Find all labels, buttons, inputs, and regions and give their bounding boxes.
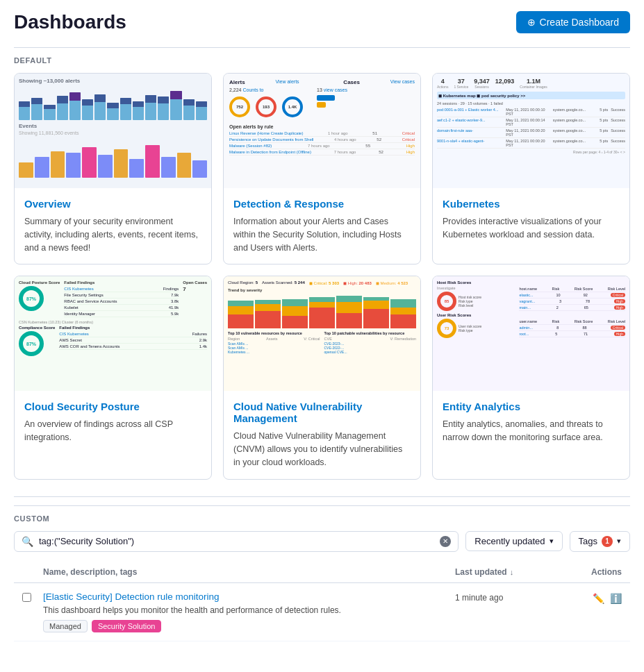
card-title-cnvm: Cloud Native Vulnerability Management	[233, 401, 411, 424]
dashboard-card-cnvm[interactable]: Cloud Region: 5 Assets Scanned: 5 244 ◼ …	[223, 276, 421, 479]
events-bar-chart	[19, 140, 207, 178]
card-title-kubernetes: Kubernetes	[443, 198, 620, 210]
card-content-kubernetes: Kubernetes Provides interactive visualiz…	[433, 188, 629, 251]
edit-icon[interactable]: ✏️	[593, 593, 604, 604]
card-title-entity: Entity Analytics	[443, 401, 620, 412]
card-content-overview: Overview Summary of your security enviro…	[15, 188, 211, 264]
sort-arrow-icon: ↓	[510, 568, 514, 576]
overview-bar-chart	[19, 85, 207, 120]
row-checkbox[interactable]	[22, 593, 31, 602]
default-section-label: DEFAULT	[14, 47, 630, 65]
card-content-csp: Cloud Security Posture An overview of fi…	[15, 391, 211, 454]
tags-filter-button[interactable]: Tags 1 ▾	[570, 531, 630, 552]
row-actions: ✏️ ℹ️	[566, 591, 622, 604]
tags-count-badge: 1	[602, 536, 613, 547]
card-desc-detection: Information about your Alerts and Cases …	[233, 215, 411, 254]
chevron-down-icon-tags: ▾	[617, 537, 621, 546]
dashboard-link[interactable]: [Elastic Security] Detection rule monito…	[43, 591, 455, 602]
custom-section: CUSTOM 🔍 ✕ Recently updated ▾ Tags 1 ▾ N…	[14, 496, 630, 642]
table-row: [Elastic Security] Detection rule monito…	[14, 583, 630, 642]
dashboard-card-csp[interactable]: Cloud Posture Score 87% Failed Findings …	[14, 276, 212, 479]
search-input[interactable]	[39, 536, 434, 546]
last-updated-value: 1 minute ago	[455, 591, 566, 603]
card-content-entity: Entity Analytics Entity analytics, anoma…	[433, 391, 629, 454]
card-preview-cnvm: Cloud Region: 5 Assets Scanned: 5 244 ◼ …	[224, 276, 420, 391]
tag-managed: Managed	[43, 620, 88, 632]
card-desc-entity: Entity analytics, anomalies, and threats…	[443, 418, 620, 444]
card-title-overview: Overview	[24, 198, 201, 210]
create-dashboard-button[interactable]: ⊕ Create Dashboard	[516, 11, 630, 33]
dashboard-card-detection[interactable]: Alerts View alerts Cases View cases 2,22…	[223, 73, 421, 264]
cnvm-stacked-chart	[228, 294, 416, 328]
dashboard-description: This dashboard helps you monitor the hea…	[43, 605, 455, 616]
card-preview-kubernetes: 4Actions 371 Service 9,347Sessions 12,09…	[433, 74, 629, 188]
dashboard-card-kubernetes[interactable]: 4Actions 371 Service 9,347Sessions 12,09…	[432, 73, 630, 264]
page-title: Dashboards	[14, 11, 126, 33]
card-preview-entity: Host Risk Scores Investigate 85 Host ris…	[433, 276, 629, 391]
sort-button[interactable]: Recently updated ▾	[465, 531, 562, 551]
info-icon[interactable]: ℹ️	[610, 593, 622, 604]
card-desc-overview: Summary of your security environment act…	[24, 215, 201, 254]
card-desc-cnvm: Cloud Native Vulnerability Management (C…	[233, 430, 411, 469]
dashboard-card-entity[interactable]: Host Risk Scores Investigate 85 Host ris…	[432, 276, 630, 479]
card-preview-detection: Alerts View alerts Cases View cases 2,22…	[224, 74, 420, 188]
plus-icon: ⊕	[527, 17, 536, 28]
card-preview-csp: Cloud Posture Score 87% Failed Findings …	[15, 276, 211, 391]
dashboard-card-overview[interactable]: Showing ~13,000 alerts	[14, 73, 212, 264]
table-header: Name, description, tags Last updated ↓ A…	[14, 562, 630, 583]
custom-section-label: CUSTOM	[14, 505, 630, 523]
card-title-csp: Cloud Security Posture	[24, 401, 201, 412]
chevron-down-icon: ▾	[550, 537, 554, 546]
card-content-detection: Detection & Response Information about y…	[224, 188, 420, 264]
search-icon: 🔍	[22, 536, 33, 547]
tags-row: Managed Security Solution	[43, 620, 455, 632]
card-preview-overview: Showing ~13,000 alerts	[15, 74, 211, 188]
clear-search-button[interactable]: ✕	[440, 536, 451, 547]
default-dashboard-grid: Showing ~13,000 alerts	[14, 73, 630, 480]
header: Dashboards ⊕ Create Dashboard	[14, 11, 630, 33]
card-title-detection: Detection & Response	[233, 198, 411, 210]
page-container: Dashboards ⊕ Create Dashboard DEFAULT Sh…	[0, 0, 644, 653]
card-desc-kubernetes: Provides interactive visualizations of y…	[443, 215, 620, 242]
search-row: 🔍 ✕ Recently updated ▾ Tags 1 ▾	[14, 531, 630, 552]
search-box[interactable]: 🔍 ✕	[14, 531, 459, 552]
card-desc-csp: An overview of findings across all CSP i…	[24, 418, 201, 444]
tag-security-solution: Security Solution	[92, 620, 162, 632]
card-content-cnvm: Cloud Native Vulnerability Management Cl…	[224, 391, 420, 478]
